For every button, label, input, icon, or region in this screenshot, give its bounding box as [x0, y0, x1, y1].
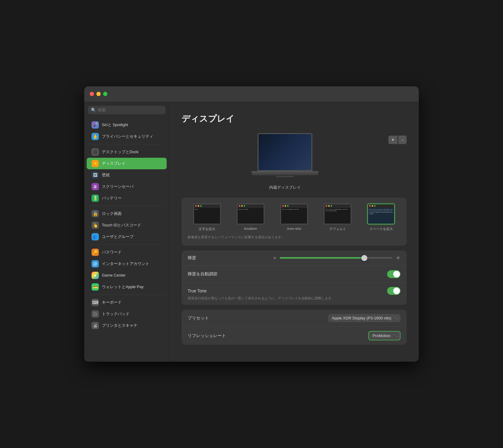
maximize-button[interactable]: [103, 92, 107, 96]
screensaver-icon: 🖥: [92, 183, 99, 190]
brightness-slider-track[interactable]: [280, 257, 393, 259]
refresh-rate-select-wrapper: ProMotion: [368, 331, 401, 340]
brightness-control: ☀ ☀: [273, 255, 401, 261]
preset-row: プリセット Apple XDR Display (P3-1600 nits): [182, 310, 407, 327]
resolution-option-medium[interactable]: Here's to t troublema ones whoones who: [280, 204, 308, 231]
sidebar-item-trackpad[interactable]: □トラックパッド: [87, 308, 167, 320]
preset-control: Apple XDR Display (P3-1600 nits): [328, 314, 401, 322]
sidebar-label-printer: プリンタとスキャナ: [102, 323, 137, 328]
sidebar-item-printer[interactable]: 🖨プリンタとスキャナ: [87, 320, 167, 331]
resolution-label-enlarge-text: 文字を拡大: [199, 227, 215, 231]
search-icon: 🔍: [91, 108, 96, 112]
search-input[interactable]: [98, 108, 162, 112]
sidebar-label-touchid: Touch IDとパスコード: [102, 222, 141, 228]
internet-icon: @: [92, 260, 99, 267]
sidebar-item-siri[interactable]: 🎤Siriと Spotlight: [87, 119, 167, 131]
sidebar-label-screensaver: スクリーンセーバ: [102, 184, 134, 189]
sidebar-item-display[interactable]: ☀️ディスプレイ: [87, 158, 167, 169]
preset-section: プリセット Apple XDR Display (P3-1600 nits) リ…: [182, 310, 407, 345]
add-display-button[interactable]: +: [388, 136, 397, 144]
sidebar: 🔍 🎤Siriと Spotlight✋プライバシーとセキュリティ⬛デスクトップと…: [84, 102, 169, 362]
battery-icon: 🔋: [92, 195, 99, 202]
sidebar-divider: [89, 244, 164, 245]
content-area: 🔍 🎤Siriと Spotlight✋プライバシーとセキュリティ⬛デスクトップと…: [84, 102, 419, 362]
display-dropdown-button[interactable]: ⌄: [398, 136, 407, 144]
refresh-rate-control: ProMotion: [368, 331, 401, 340]
sidebar-label-users: ユーザとグループ: [102, 234, 134, 240]
refresh-rate-row: リフレッシュレート ProMotion: [182, 327, 407, 345]
resolution-preview-default: Here's to the cr troublemakers, ones who…: [324, 204, 351, 224]
refresh-rate-select[interactable]: ProMotion: [368, 331, 401, 340]
resolution-label-medium: ones who: [287, 227, 301, 230]
resolution-option-larger[interactable]: Here's to troublemtroublem: [237, 204, 264, 231]
laptop-preview: [252, 133, 318, 182]
sidebar-label-battery: バッテリー: [102, 195, 122, 201]
sidebar-item-touchid[interactable]: 👆Touch IDとパスコード: [87, 219, 167, 231]
preset-select-wrapper: Apple XDR Display (P3-1600 nits): [328, 314, 401, 322]
resolution-option-enlarge-text[interactable]: Here's文字を拡大: [193, 204, 221, 231]
sidebar-label-password: パスワード: [102, 250, 122, 255]
sidebar-label-desktop: デスクトップとDock: [102, 149, 139, 155]
sidebar-label-trackpad: トラックパッド: [102, 311, 130, 317]
sidebar-label-lock: ロック画面: [102, 211, 122, 216]
sidebar-divider: [89, 144, 164, 144]
minimize-button[interactable]: [96, 92, 101, 96]
sidebar-label-siri: Siriと Spotlight: [102, 122, 128, 128]
sidebar-item-desktop[interactable]: ⬛デスクトップとDock: [87, 146, 167, 158]
sidebar-item-wallpaper[interactable]: 🖼壁紙: [87, 169, 167, 181]
sidebar-item-password[interactable]: 🔑パスワード: [87, 246, 167, 258]
resolution-section: Here's文字を拡大Here's to troublemtroublemHer…: [182, 198, 407, 246]
auto-brightness-toggle-knob: [393, 271, 400, 277]
sidebar-label-display: ディスプレイ: [102, 161, 126, 166]
search-box[interactable]: 🔍: [88, 106, 165, 114]
siri-icon: 🎤: [92, 121, 99, 129]
display-preview-row: 内蔵ディスプレイ + ⌄: [182, 133, 407, 190]
sidebar-item-privacy[interactable]: ✋プライバシーとセキュリティ: [87, 131, 167, 142]
true-tone-toggle[interactable]: [387, 287, 401, 295]
brightness-label: 輝度: [188, 255, 196, 261]
laptop-base: [252, 171, 318, 175]
resolution-preview-larger: Here's to troublem: [237, 204, 264, 224]
privacy-icon: ✋: [92, 133, 99, 140]
sidebar-item-screensaver[interactable]: 🖥スクリーンセーバ: [87, 181, 167, 192]
sidebar-label-wallpaper: 壁紙: [102, 172, 110, 178]
sidebar-item-internet[interactable]: @インターネットアカウント: [87, 258, 167, 270]
brightness-row: 輝度 ☀ ☀: [182, 250, 407, 266]
true-tone-row: True Tone 環境光の状況が異なっても色が一貫して表示されるように、ディス…: [182, 283, 407, 305]
resolution-preview-enlarge-text: Here's: [193, 204, 221, 224]
sidebar-item-gamecenter[interactable]: ●Game Center: [87, 270, 167, 281]
true-tone-control: [387, 287, 401, 295]
resolution-option-default[interactable]: Here's to the cr troublemakers, ones who…: [324, 204, 351, 231]
printer-icon: 🖨: [92, 322, 99, 329]
resolution-label-more-space: スペースを拡大: [369, 227, 393, 231]
touchid-icon: 👆: [92, 222, 99, 229]
resolution-options: Here's文字を拡大Here's to troublemtroublemHer…: [188, 204, 401, 231]
sidebar-label-internet: インターネットアカウント: [102, 261, 149, 267]
main-window: 🔍 🎤Siriと Spotlight✋プライバシーとセキュリティ⬛デスクトップと…: [84, 86, 419, 362]
sidebar-item-lock[interactable]: 🔒ロック画面: [87, 208, 167, 219]
sidebar-item-battery[interactable]: 🔋バッテリー: [87, 192, 167, 204]
sidebar-item-keyboard[interactable]: ⌨キーボード: [87, 297, 167, 308]
keyboard-icon: ⌨: [92, 299, 99, 306]
auto-brightness-toggle[interactable]: [387, 270, 401, 278]
refresh-rate-label: リフレッシュレート: [188, 333, 226, 339]
auto-brightness-label: 輝度を自動調節: [188, 271, 217, 277]
display-icon: ☀️: [92, 160, 99, 167]
true-tone-top: True Tone: [188, 287, 401, 295]
resolution-label-default: デフォルト: [329, 227, 346, 231]
sidebar-label-keyboard: キーボード: [102, 300, 122, 305]
true-tone-label: True Tone: [188, 288, 206, 293]
brightness-slider-thumb[interactable]: [361, 255, 367, 261]
sidebar-item-wallet[interactable]: 💳ウォレットとApple Pay: [87, 281, 167, 293]
resolution-option-more-space[interactable]: Here's to the crazy ones troublemakers. …: [367, 204, 395, 231]
resolution-preview-medium: Here's to t troublema ones who: [280, 204, 308, 224]
sidebar-item-users[interactable]: 👥ユーザとグループ: [87, 231, 167, 243]
preset-select[interactable]: Apple XDR Display (P3-1600 nits): [328, 314, 401, 322]
close-button[interactable]: [90, 92, 94, 96]
wallpaper-icon: 🖼: [92, 171, 99, 179]
true-tone-description: 環境光の状況が異なっても色が一貫して表示されるように、ディスプレイを自動的に調整…: [188, 296, 335, 301]
page-title: ディスプレイ: [182, 113, 407, 125]
laptop-base-line: [276, 176, 294, 177]
true-tone-toggle-knob: [393, 288, 400, 294]
sidebar-label-privacy: プライバシーとセキュリティ: [102, 134, 153, 139]
